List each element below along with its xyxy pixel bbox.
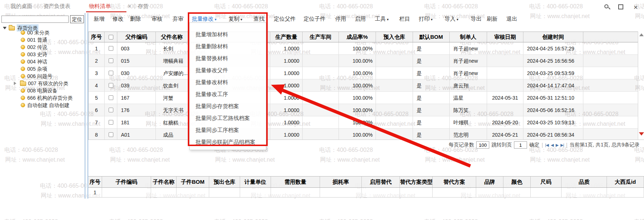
toolbar-button-删除[interactable]: 删除 xyxy=(130,14,141,24)
cell: 1.0000 xyxy=(270,92,303,104)
toolbar-button-栏目[interactable]: 栏目 xyxy=(399,14,410,24)
column-header: 制单人 xyxy=(450,32,487,42)
sidebar-item-008 电脑设备[interactable]: 008 电脑设备 xyxy=(0,87,85,94)
table-row[interactable]: 3030卢安娜的...1.0000100.00%是肖子超new2024-03-2… xyxy=(89,67,638,79)
toolbar-button-导入[interactable]: 导入▾ xyxy=(445,14,458,24)
search-icon[interactable] xyxy=(604,4,611,11)
watermark-url: 网址：www.chanjet.net xyxy=(425,156,485,164)
toolbar-button-工具[interactable]: 工具▾ xyxy=(375,14,389,24)
toolbar-button-弃审[interactable]: 弃审 xyxy=(173,14,183,24)
watermark-phone: 电话：400-665-0028 xyxy=(214,218,268,220)
toolbar-button-刷新[interactable]: 刷新 xyxy=(487,14,498,24)
cell: 2024-03-25 10:59:13 xyxy=(523,116,583,128)
subtable-cell: 1 xyxy=(88,188,102,197)
page-size-input[interactable] xyxy=(476,141,489,149)
first-page-icon[interactable]: |◀ xyxy=(545,143,548,148)
menu-item-批量同步联副产品组档案[interactable]: 批量同步联副产品组档案 xyxy=(190,136,266,148)
row-checkbox[interactable] xyxy=(109,58,113,63)
menu-item-批量增加材料[interactable]: 批量增加材料 xyxy=(190,28,266,40)
menu-item-批量替换材料[interactable]: 批量替换材料 xyxy=(190,52,266,64)
confirm-button[interactable]: 确定 xyxy=(529,142,539,148)
cell xyxy=(583,129,638,140)
table-row[interactable]: 2015增幅典籍1.0000100.00%是肖子超new2024-04-25 1… xyxy=(89,55,638,67)
sidebar-item-004 神话[interactable]: 004 神话 xyxy=(0,58,85,65)
row-checkbox[interactable] xyxy=(109,71,113,75)
sidebar-item-003 史诗[interactable]: 003 史诗 xyxy=(0,51,85,58)
cell: 3 xyxy=(89,67,105,79)
panel-splitter[interactable] xyxy=(85,13,88,199)
batch-edit-menu: 批量增加材料批量删除材料批量替换材料批量修改父件批量修改材料批量修改工序批量同步… xyxy=(189,22,266,150)
scroll-down-icon[interactable] xyxy=(639,132,644,136)
toolbar-button-定位父件[interactable]: 定位父件 xyxy=(274,14,296,24)
watermark-phone: 电话：400-665-0028 xyxy=(424,218,478,220)
cell: 5 xyxy=(89,92,105,104)
sidebar-item-666 机构的存货分类[interactable]: 666 机构的存货分类 xyxy=(0,94,85,101)
tab-1[interactable]: 资产负债表 xyxy=(43,0,70,12)
cell xyxy=(487,42,523,54)
watermark-phone: 电话：400-665-0028 xyxy=(4,146,58,154)
sidebar-item-005 杂项[interactable]: 005 杂项 xyxy=(0,65,85,72)
toolbar-button-定位子件[interactable]: 定位子件 xyxy=(304,14,325,24)
select-all-checkbox[interactable] xyxy=(109,35,113,40)
subtable-cell xyxy=(151,188,177,197)
table-row[interactable]: 7181红糖糕1.0000100.00%是叶熳琪2024-05-202024-0… xyxy=(89,116,638,129)
cell: 无字天书 xyxy=(156,104,188,116)
goto-page-input[interactable] xyxy=(514,141,527,149)
toolbar-button-审核[interactable]: 审核 xyxy=(151,14,162,24)
vertical-scrollbar[interactable] xyxy=(638,32,644,140)
last-page-icon[interactable]: ▶| xyxy=(560,143,564,148)
menu-item-批量修改材料[interactable]: 批量修改材料 xyxy=(190,76,266,88)
toolbar-button-退出[interactable]: 退出 xyxy=(506,14,517,24)
menu-item-批量修改工序[interactable]: 批量修改工序 xyxy=(190,88,266,100)
menu-item-批量删除材料[interactable]: 批量删除材料 xyxy=(190,40,266,52)
close-icon[interactable]: × xyxy=(632,4,639,11)
expand-icon[interactable] xyxy=(617,4,625,11)
row-checkbox[interactable] xyxy=(109,132,113,137)
category-dot-icon xyxy=(21,59,25,64)
toolbar-button-启用[interactable]: 启用 xyxy=(355,14,366,24)
menu-item-批量修改父件[interactable]: 批量修改父件 xyxy=(190,64,266,76)
menu-item-批量同步存货档案[interactable]: 批量同步存货档案 xyxy=(190,100,266,112)
row-checkbox[interactable] xyxy=(109,83,113,88)
subtable-cell xyxy=(476,188,503,197)
child-parts-table: 序号子件编码子件名称子件BOM预出仓库计量单位需用数量损耗率启用替代替代方案类型… xyxy=(88,176,644,198)
toolbar-button-新增[interactable]: 新增 xyxy=(94,14,105,24)
column-header: 生产数量 xyxy=(270,32,303,42)
next-page-icon[interactable]: ▶ xyxy=(556,143,558,148)
table-row[interactable]: 6176无字天书1.0000100.00%是陈万笑2024-05-06 16:5… xyxy=(89,104,638,116)
toolbar-button-label: 定位子件 xyxy=(304,16,325,22)
sidebar-item-007 有级次的分类[interactable]: 007 有级次的分类 xyxy=(0,80,85,87)
subtable-row[interactable]: 1 xyxy=(88,188,644,198)
table-row[interactable]: 8A01成品1.0000100.00%是范志明2024-05-212024-05… xyxy=(89,129,638,140)
row-checkbox[interactable] xyxy=(109,120,113,125)
subtable-cell xyxy=(271,188,320,197)
table-row[interactable]: 4039饮血剑1.0000100.00%是唐云翔2024-04-14 17:47… xyxy=(89,79,638,92)
row-checkbox[interactable] xyxy=(109,108,113,112)
table-row[interactable]: 1003长剑1.0000100.00%是肖子超new2024-04-25 16:… xyxy=(89,42,638,55)
chevron-down-icon: ▾ xyxy=(215,17,216,21)
tab-0[interactable]: 我的桌面 xyxy=(11,0,32,12)
sidebar-item-001 普通[interactable]: 001 普通 xyxy=(0,36,85,43)
row-checkbox[interactable] xyxy=(109,95,113,100)
toolbar-button-修改[interactable]: 修改 xyxy=(113,14,123,24)
sidebar-item-00 未分类[interactable]: 00 未分类 xyxy=(0,29,85,36)
tab-3[interactable]: 存货 xyxy=(138,0,149,12)
sidebar-item-006 问题号[interactable]: 006 问题号 xyxy=(0,72,85,80)
toolbar-button-停用[interactable]: 停用 xyxy=(335,14,346,24)
sidebar-item-002 传说[interactable]: 002 传说 xyxy=(0,43,85,51)
sidebar-item-自动创建 自动创建[interactable]: 自动创建 自动创建 xyxy=(0,101,85,109)
menu-item-批量同步工艺路线档案[interactable]: 批量同步工艺路线档案 xyxy=(190,112,266,124)
prev-page-icon[interactable]: ◀ xyxy=(551,143,553,148)
tab-2[interactable]: 物料清单 xyxy=(89,0,111,12)
table-row[interactable]: 5167河蟹1.0000100.00%是温星2024-05-312024-05-… xyxy=(89,92,638,104)
chevron-down-icon: ▾ xyxy=(387,17,389,21)
tab-close-icon[interactable]: × xyxy=(128,0,131,12)
collapsed-arrow-icon[interactable] xyxy=(14,82,16,85)
toolbar-button-打印[interactable]: 打印▾ xyxy=(419,14,433,24)
menu-item-批量同步工序档案[interactable]: 批量同步工序档案 xyxy=(190,124,266,136)
subtable-column-header: 替代方案 xyxy=(433,177,476,187)
toolbar-button-导出[interactable]: 导出 xyxy=(471,14,482,24)
scroll-up-icon[interactable] xyxy=(639,33,644,36)
toolbar-button-label: 删除 xyxy=(130,16,141,22)
row-checkbox[interactable] xyxy=(109,46,113,51)
